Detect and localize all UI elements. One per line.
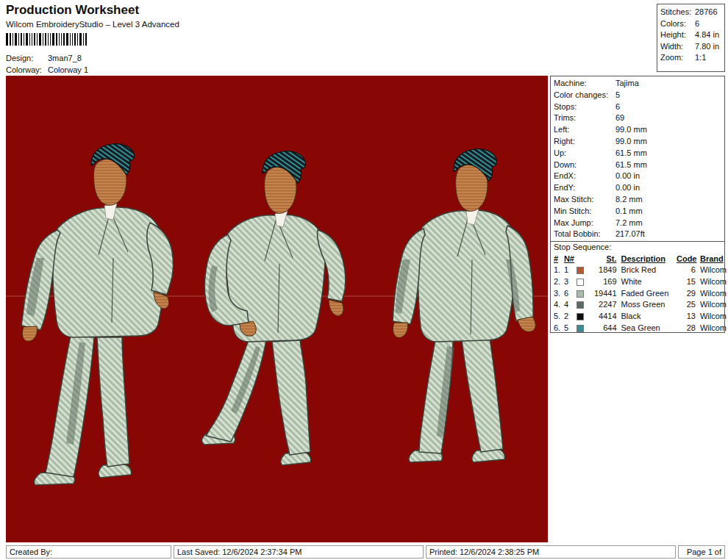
thread-color-swatch (577, 301, 584, 309)
stop-sequence-title: Stop Sequence: (554, 242, 722, 254)
last-saved-box: Last Saved: 12/6/2024 2:37:34 PM (174, 545, 424, 559)
embroidered-man-2 (202, 151, 346, 465)
machine-row: EndY:0.00 in (554, 182, 722, 194)
thread-color-swatch (577, 325, 584, 332)
design-label: Design: (6, 54, 48, 62)
colorway-value: Colorway 1 (48, 65, 88, 74)
stop-sequence-row: 2.3 169White 15Wilcom (554, 276, 722, 288)
embroidery-design-preview (6, 76, 548, 542)
page-title: Production Worksheet (6, 3, 139, 18)
colorway-row: Colorway:Colorway 1 (6, 65, 88, 74)
stop-sequence-row: 6.5 644Sea Green 28Wilcom (554, 323, 722, 334)
created-by-box: Created By: (6, 545, 171, 559)
thread-color-swatch (577, 279, 584, 286)
machine-info-panel: Machine:Tajima Color changes:5 Stops:6 T… (550, 76, 725, 333)
printed-box: Printed: 12/6/2024 2:38:25 PM (426, 545, 676, 559)
stop-sequence-row: 4.4 2247Moss Green 25Wilcom (554, 299, 722, 311)
machine-row: Min Stitch:0.1 mm (554, 206, 722, 218)
machine-row: EndX:0.00 in (554, 170, 722, 182)
machine-row: Left:99.0 mm (554, 124, 722, 136)
design-canvas (6, 76, 548, 542)
thread-color-swatch (577, 290, 584, 298)
printed-label: Printed: (429, 548, 457, 556)
machine-row: Max Jump:7.2 mm (554, 218, 722, 229)
embroidered-man-3 (393, 149, 535, 462)
machine-row: Total Bobbin:217.07ft (554, 229, 722, 240)
stat-width: Width:7.80 in (660, 41, 724, 53)
printed-value: 12/6/2024 2:38:25 PM (460, 548, 539, 556)
stop-sequence-row: 5.2 4414Black 13Wilcom (554, 311, 722, 323)
stop-sequence-header: # N# St. Description Code Brand (554, 254, 722, 265)
stop-sequence-row: 1.1 1849Brick Red 6Wilcom (554, 265, 722, 276)
design-stats-box: Stitches:28766 Colors:6 Height:4.84 in W… (657, 4, 725, 72)
machine-row: Color changes:5 (554, 90, 722, 101)
header-subtitle: Wilcom EmbroideryStudio – Level 3 Advanc… (6, 20, 179, 29)
production-worksheet-page: Production Worksheet Wilcom EmbroiderySt… (0, 0, 728, 560)
machine-row: Up:61.5 mm (554, 148, 722, 159)
machine-row: Max Stitch:8.2 mm (554, 194, 722, 206)
page-number: Page 1 of 1 (687, 548, 721, 560)
page-number-box: Page 1 of 1 (678, 545, 725, 559)
created-by-label: Created By: (10, 548, 52, 556)
machine-row: Stops:6 (554, 101, 722, 113)
design-name-row: Design:3man7_8 (6, 54, 82, 62)
machine-row: Down:61.5 mm (554, 159, 722, 171)
machine-row: Trims:69 (554, 112, 722, 124)
stat-height: Height:4.84 in (660, 29, 724, 41)
design-value: 3man7_8 (48, 54, 82, 62)
machine-row: Machine:Tajima (554, 78, 722, 90)
barcode (6, 33, 88, 46)
stat-stitches: Stitches:28766 (660, 7, 724, 18)
colorway-label: Colorway: (6, 65, 48, 74)
thread-color-swatch (577, 313, 584, 320)
stop-sequence-row: 3.6 19441Faded Green 29Wilcom (554, 288, 722, 300)
last-saved-label: Last Saved: (177, 548, 220, 556)
stat-zoom: Zoom:1:1 (660, 52, 724, 64)
thread-color-swatch (577, 267, 584, 274)
last-saved-value: 12/6/2024 2:37:34 PM (222, 548, 301, 556)
embroidered-man-1 (21, 144, 173, 485)
stat-colors: Colors:6 (660, 18, 724, 30)
machine-row: Right:99.0 mm (554, 136, 722, 148)
